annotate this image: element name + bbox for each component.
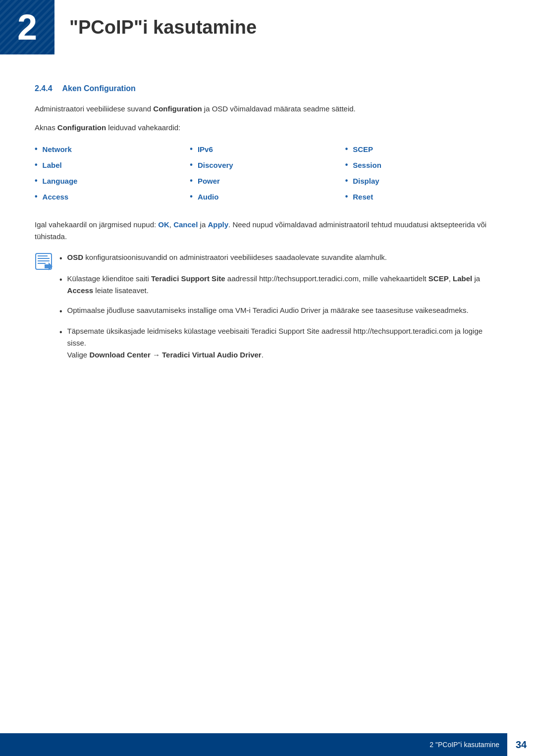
page-header: 2 "PCoIP"i kasutamine	[0, 0, 535, 54]
apply-label: Apply	[208, 220, 228, 229]
comma1: ,	[169, 220, 173, 229]
list-item: Display	[345, 176, 500, 185]
para-buttons-before: Igal vahekaardil on järgmised nupud:	[35, 220, 158, 229]
paragraph-1: Administraatori veebiliidese suvand Conf…	[35, 103, 500, 115]
section-number: 2.4.4	[35, 84, 53, 93]
list-item: Reset	[345, 192, 500, 201]
note-item-1: OSD konfiguratsioonisuvandid on administ…	[59, 252, 500, 265]
paragraph-buttons: Igal vahekaardil on järgmised nupud: OK,…	[35, 219, 500, 243]
svg-rect-1	[38, 255, 48, 256]
tab-col-2: IPv6 Discovery Power Audio	[190, 145, 345, 208]
svg-rect-3	[38, 260, 50, 261]
list-item: SCEP	[345, 145, 500, 153]
ja: ja	[198, 220, 208, 229]
footer-chapter-ref: 2 "PCoIP"i kasutamine	[429, 741, 507, 749]
section-title: Aken Configuration	[62, 84, 135, 93]
svg-rect-4	[38, 263, 46, 264]
footer-page-number: 34	[507, 733, 535, 756]
cancel-label: Cancel	[173, 220, 198, 229]
note-item-2: Külastage klienditoe saiti Teradici Supp…	[59, 273, 500, 297]
para2-bold: Configuration	[57, 123, 106, 132]
list-item: Audio	[190, 192, 345, 201]
chapter-title: "PCoIP"i kasutamine	[69, 17, 257, 38]
tab-col-3: SCEP Session Display Reset	[345, 145, 500, 208]
note-icon	[35, 252, 53, 270]
list-item: IPv6	[190, 145, 345, 153]
note-section: OSD konfiguratsioonisuvandid on administ…	[35, 252, 500, 369]
section-heading: 2.4.4 Aken Configuration	[35, 84, 500, 93]
note-item-3: Optimaalse jõudluse saavutamiseks instal…	[59, 304, 500, 318]
main-content: 2.4.4 Aken Configuration Administraatori…	[0, 84, 535, 408]
list-item: Network	[35, 145, 190, 153]
list-item: Label	[35, 160, 190, 169]
list-item: Session	[345, 160, 500, 169]
chapter-number: 2	[17, 9, 37, 45]
note-list: OSD konfiguratsioonisuvandid on administ…	[59, 252, 500, 369]
list-item: Power	[190, 176, 345, 185]
list-item: Access	[35, 192, 190, 201]
note-item-4: Täpsemate üksikasjade leidmiseks külasta…	[59, 325, 500, 361]
para2-text-before: Aknas	[35, 123, 57, 132]
list-item: Discovery	[190, 160, 345, 169]
para1-text-after: ja OSD võimaldavad määrata seadme sättei…	[202, 104, 356, 113]
ok-label: OK	[158, 220, 169, 229]
list-item: Language	[35, 176, 190, 185]
para1-bold: Configuration	[153, 104, 202, 113]
tab-col-1: Network Label Language Access	[35, 145, 190, 208]
chapter-number-block: 2	[0, 0, 54, 54]
tab-list-container: Network Label Language Access IPv6 Disco…	[35, 145, 500, 208]
paragraph-2: Aknas Configuration leiduvad vahekaardid…	[35, 122, 500, 134]
page-footer: 2 "PCoIP"i kasutamine 34	[0, 733, 535, 756]
svg-rect-2	[38, 258, 50, 259]
para1-text-before: Administraatori veebiliidese suvand	[35, 104, 153, 113]
para2-text-after: leiduvad vahekaardid:	[106, 123, 180, 132]
